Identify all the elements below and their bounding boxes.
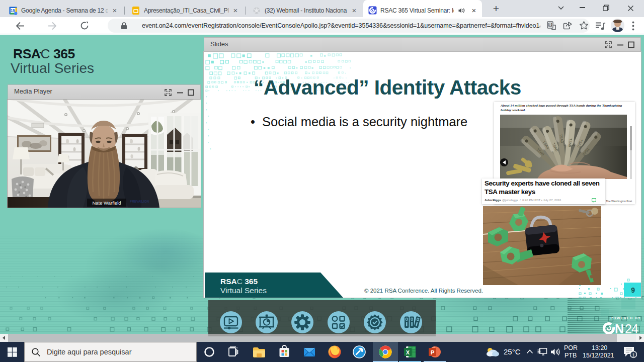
svg-text:© 2021 RSA Conference. All Rig: © 2021 RSA Conference. All Rights Reserv… [364, 288, 483, 294]
svg-text:15: 15 [11, 9, 16, 13]
svg-text:RSAC 365: RSAC 365 [220, 277, 258, 286]
svg-text:P: P [431, 349, 435, 355]
svg-text:N: N [615, 322, 624, 334]
svg-text:24: 24 [625, 322, 638, 334]
svg-text:X: X [406, 349, 410, 355]
svg-text:9: 9 [631, 286, 635, 294]
svg-text:PREVAILION: PREVAILION [130, 200, 149, 203]
svg-text:1: 1 [632, 352, 634, 357]
svg-text:G: G [549, 23, 551, 26]
svg-text:Nate Warfield: Nate Warfield [92, 200, 121, 206]
svg-text:Virtual Series: Virtual Series [220, 286, 267, 295]
